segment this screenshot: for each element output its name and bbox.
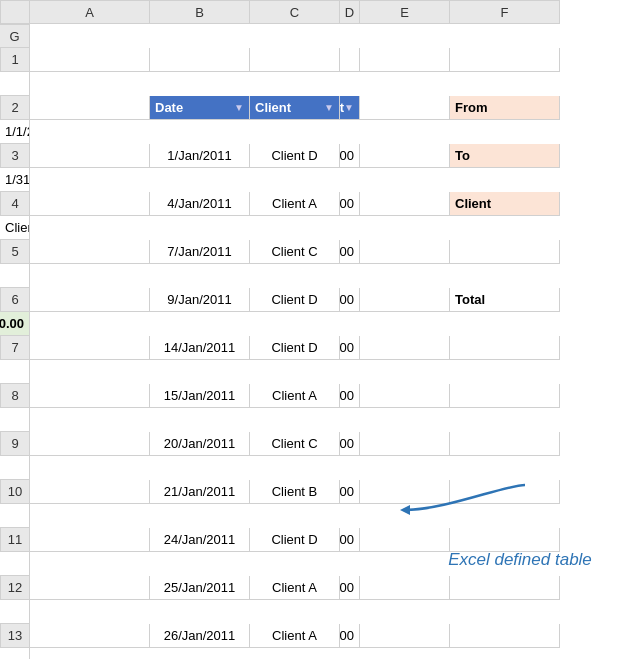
row-13: 13 26/Jan/2011 Client A $770.00 [0, 624, 640, 659]
cell-10A [30, 480, 150, 504]
cell-7G [0, 360, 30, 384]
cell-5C: Client C [250, 240, 340, 264]
col-header-row: A B C D E F G [0, 0, 640, 48]
cell-8E [360, 384, 450, 408]
cell-1G [0, 72, 30, 96]
cell-11G [0, 552, 30, 576]
cell-10B: 21/Jan/2011 [150, 480, 250, 504]
cell-12G [0, 600, 30, 624]
cell-4D: $380.00 [340, 192, 360, 216]
cell-9C: Client C [250, 432, 340, 456]
cell-6F: Total [450, 288, 560, 312]
row-8: 8 15/Jan/2011 Client A $180.00 [0, 384, 640, 432]
col-client-header[interactable]: Client ▼ [250, 96, 340, 120]
cell-6E [360, 288, 450, 312]
cell-5B: 7/Jan/2011 [150, 240, 250, 264]
cell-8C: Client A [250, 384, 340, 408]
row-num-7: 7 [0, 336, 30, 360]
cell-13E [360, 624, 450, 648]
row-num-4: 4 [0, 192, 30, 216]
amount-dropdown-icon[interactable]: ▼ [344, 102, 354, 113]
cell-13G [0, 648, 30, 659]
cell-9G [0, 456, 30, 480]
cell-7A [30, 336, 150, 360]
cell-13B: 26/Jan/2011 [150, 624, 250, 648]
cell-11B: 24/Jan/2011 [150, 528, 250, 552]
cell-5E [360, 240, 450, 264]
cell-4F: Client [450, 192, 560, 216]
cell-8A [30, 384, 150, 408]
row-num-12: 12 [0, 576, 30, 600]
cell-13D: $770.00 [340, 624, 360, 648]
cell-3B: 1/Jan/2011 [150, 144, 250, 168]
col-amount-header[interactable]: Amount ▼ [340, 96, 360, 120]
cell-2G: 1/1/2011 [0, 120, 30, 144]
cell-1E [360, 48, 450, 72]
row-3: 3 1/Jan/2011 Client D $550.00 To 1/31/20… [0, 144, 640, 192]
cell-13C: Client A [250, 624, 340, 648]
svg-marker-0 [400, 505, 410, 515]
cell-2A [30, 96, 150, 120]
cell-12B: 25/Jan/2011 [150, 576, 250, 600]
cell-8G [0, 408, 30, 432]
col-date-header[interactable]: Date ▼ [150, 96, 250, 120]
cell-1D [340, 48, 360, 72]
row-1: 1 [0, 48, 640, 96]
cell-7D: $660.00 [340, 336, 360, 360]
col-header-D: D [340, 0, 360, 24]
cell-5F [450, 240, 560, 264]
row-5: 5 7/Jan/2011 Client C $130.00 [0, 240, 640, 288]
cell-3F: To [450, 144, 560, 168]
cell-10G [0, 504, 30, 528]
cell-4G: Client D [0, 216, 30, 240]
cell-8D: $180.00 [340, 384, 360, 408]
cell-3D: $550.00 [340, 144, 360, 168]
cell-3E [360, 144, 450, 168]
cell-9D: $200.00 [340, 432, 360, 456]
client-label: Client [255, 100, 291, 115]
cell-6G: $2,150.00 [0, 312, 30, 336]
col-header-G: G [0, 24, 30, 48]
cell-12A [30, 576, 150, 600]
cell-6D: $130.00 [340, 288, 360, 312]
row-num-8: 8 [0, 384, 30, 408]
cell-2F: From [450, 96, 560, 120]
cell-12D: $590.00 [340, 576, 360, 600]
cell-4B: 4/Jan/2011 [150, 192, 250, 216]
cell-7C: Client D [250, 336, 340, 360]
cell-10C: Client B [250, 480, 340, 504]
row-num-13: 13 [0, 624, 30, 648]
col-header-B: B [150, 0, 250, 24]
cell-1F [450, 48, 560, 72]
cell-1A [30, 48, 150, 72]
cell-5D: $130.00 [340, 240, 360, 264]
cell-9B: 20/Jan/2011 [150, 432, 250, 456]
cell-12C: Client A [250, 576, 340, 600]
cell-12E [360, 576, 450, 600]
cell-8B: 15/Jan/2011 [150, 384, 250, 408]
cell-3C: Client D [250, 144, 340, 168]
cell-8F [450, 384, 560, 408]
cell-1C [250, 48, 340, 72]
cell-4C: Client A [250, 192, 340, 216]
row-num-11: 11 [0, 528, 30, 552]
client-dropdown-icon[interactable]: ▼ [324, 102, 334, 113]
cell-10D: $380.00 [340, 480, 360, 504]
row-num-10: 10 [0, 480, 30, 504]
cell-5A [30, 240, 150, 264]
cell-6A [30, 288, 150, 312]
col-header-A: A [30, 0, 150, 24]
row-4: 4 4/Jan/2011 Client A $380.00 Client Cli… [0, 192, 640, 240]
cell-13A [30, 624, 150, 648]
cell-11D: $810.00 [340, 528, 360, 552]
col-header-F: F [450, 0, 560, 24]
cell-11A [30, 528, 150, 552]
row-num-2: 2 [0, 96, 30, 120]
cell-3G: 1/31/2011 [0, 168, 30, 192]
row-6: 6 9/Jan/2011 Client D $130.00 Total $2,1… [0, 288, 640, 336]
cell-2E [360, 96, 450, 120]
col-header-E: E [360, 0, 450, 24]
annotation-label: Excel defined table [430, 550, 610, 570]
row-num-5: 5 [0, 240, 30, 264]
date-dropdown-icon[interactable]: ▼ [234, 102, 244, 113]
